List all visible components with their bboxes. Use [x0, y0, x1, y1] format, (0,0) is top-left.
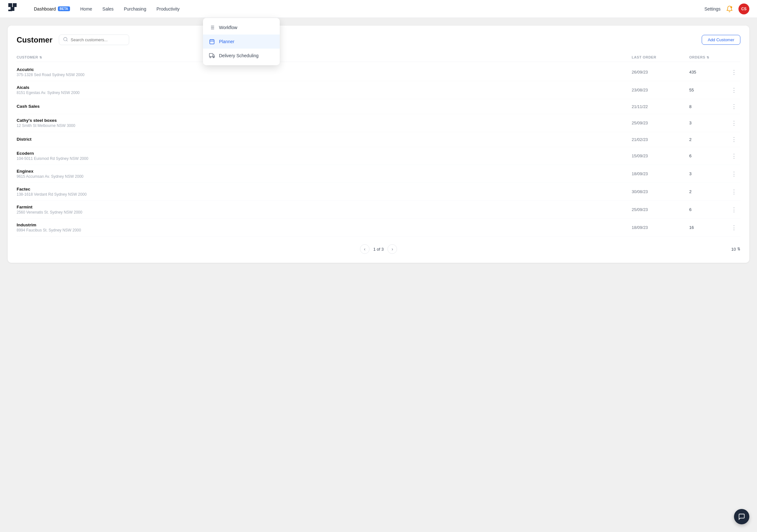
row-menu-button[interactable]: ⋮	[728, 152, 741, 160]
prev-page-button[interactable]: ‹	[360, 244, 370, 254]
customer-name: Farmint	[16, 204, 632, 209]
nav-purchasing[interactable]: Purchasing	[119, 5, 151, 14]
truck-icon	[209, 52, 215, 59]
productivity-dropdown: Workflow Planner Delivery Sc	[203, 18, 280, 65]
row-menu-button[interactable]: ⋮	[728, 136, 741, 143]
row-menu-button[interactable]: ⋮	[728, 206, 741, 213]
sort-icon-customer[interactable]: ⇅	[39, 56, 42, 59]
svg-point-4	[731, 6, 732, 8]
row-menu-button[interactable]: ⋮	[728, 120, 741, 127]
customer-address: 104-5011 Euismod Rd Sydney NSW 2000	[16, 156, 632, 161]
table-row[interactable]: Cash Sales 21/11/22 8 ⋮	[16, 99, 741, 114]
last-order-date: 18/09/23	[632, 225, 689, 230]
last-order-date: 15/09/23	[632, 153, 689, 158]
app-logo[interactable]	[8, 3, 19, 15]
customer-address: 12 Smith St Melbourne NSW 3000	[16, 123, 632, 128]
nav-sales[interactable]: Sales	[98, 5, 118, 14]
customer-address: 375-1328 Sed Road Sydney NSW 2000	[16, 73, 632, 77]
row-menu-button[interactable]: ⋮	[728, 87, 741, 94]
chat-widget[interactable]	[734, 509, 749, 524]
customer-name: Aicals	[16, 85, 632, 90]
page-info: 1 of 3	[373, 247, 384, 252]
svg-line-19	[67, 40, 68, 41]
customer-name: Industrim	[16, 223, 632, 227]
card-header: Customer Add Customer	[16, 35, 741, 45]
svg-rect-15	[209, 53, 213, 57]
search-input[interactable]	[71, 37, 125, 42]
customer-address: 2560 Venenatis St. Sydney NSW 2000	[16, 210, 632, 214]
table-row[interactable]: District 21/02/23 2 ⋮	[16, 132, 741, 147]
row-menu-button[interactable]: ⋮	[728, 188, 741, 195]
customer-table: Accutric 375-1328 Sed Road Sydney NSW 20…	[16, 63, 741, 236]
last-order-date: 21/11/22	[632, 104, 689, 109]
user-avatar[interactable]: CS	[739, 4, 749, 15]
settings-link[interactable]: Settings	[704, 6, 720, 12]
search-icon	[63, 37, 68, 43]
customer-address: 138-1618 Verdant Rd Sydney NSW 2000	[16, 192, 632, 197]
nav-dashboard[interactable]: Dashboard BETA	[29, 5, 75, 14]
top-navigation: Dashboard BETA Home Sales Purchasing Pro…	[0, 0, 757, 18]
customer-name: District	[16, 137, 632, 141]
customer-name: Accutric	[16, 67, 632, 72]
dropdown-item-workflow[interactable]: Workflow	[203, 20, 280, 35]
table-row[interactable]: Ecodern 104-5011 Euismod Rd Sydney NSW 2…	[16, 147, 741, 165]
card-actions: Add Customer	[702, 35, 741, 45]
table-row[interactable]: Industrim 8994 Faucibus St. Sydney NSW 2…	[16, 219, 741, 236]
orders-count: 8	[689, 104, 728, 109]
row-menu-button[interactable]: ⋮	[728, 224, 741, 231]
orders-count: 6	[689, 153, 728, 158]
svg-point-16	[210, 57, 211, 58]
orders-count: 6	[689, 207, 728, 212]
table-row[interactable]: Enginex 9615 Accumsan Av. Sydney NSW 200…	[16, 165, 741, 183]
col-header-customer: CUSTOMER ⇅	[16, 55, 632, 59]
customer-name: Cash Sales	[16, 104, 632, 109]
orders-count: 3	[689, 172, 728, 176]
customer-name: Enginex	[16, 169, 632, 173]
svg-rect-1	[13, 3, 16, 7]
last-order-date: 18/09/23	[632, 172, 689, 176]
svg-rect-11	[210, 40, 214, 44]
beta-badge: BETA	[58, 6, 70, 11]
row-menu-button[interactable]: ⋮	[728, 103, 741, 110]
nav-right: Settings CS	[704, 4, 749, 15]
table-row[interactable]: Cathy's steel boxes 12 Smith St Melbourn…	[16, 114, 741, 132]
dropdown-item-planner[interactable]: Planner	[203, 35, 280, 48]
row-menu-button[interactable]: ⋮	[728, 69, 741, 76]
table-row[interactable]: Factec 138-1618 Verdant Rd Sydney NSW 20…	[16, 183, 741, 201]
nav-home[interactable]: Home	[76, 5, 97, 14]
orders-count: 2	[689, 137, 728, 142]
next-page-button[interactable]: ›	[387, 244, 397, 254]
svg-point-18	[64, 37, 67, 41]
add-customer-button[interactable]: Add Customer	[702, 35, 741, 45]
page-title: Customer	[16, 36, 52, 45]
table-header: CUSTOMER ⇅ LAST ORDER ORDERS ⇅	[16, 53, 741, 62]
orders-count: 2	[689, 189, 728, 194]
customer-address: 8151 Egestas Av. Sydney NSW 2000	[16, 90, 632, 95]
orders-count: 435	[689, 70, 728, 75]
last-order-date: 30/08/23	[632, 189, 689, 194]
sort-icon-orders[interactable]: ⇅	[707, 56, 710, 59]
main-content: Customer Add Customer CUSTOMER ⇅ LAST OR…	[0, 18, 757, 270]
customer-card: Customer Add Customer CUSTOMER ⇅ LAST OR…	[8, 26, 749, 263]
notifications-bell[interactable]	[724, 4, 735, 14]
last-order-date: 21/02/23	[632, 137, 689, 142]
customer-name: Cathy's steel boxes	[16, 118, 632, 123]
list-icon	[209, 24, 215, 31]
table-row[interactable]: Accutric 375-1328 Sed Road Sydney NSW 20…	[16, 63, 741, 81]
svg-rect-0	[8, 3, 12, 7]
last-order-date: 23/08/23	[632, 88, 689, 92]
nav-links: Dashboard BETA Home Sales Purchasing Pro…	[29, 5, 704, 14]
customer-address: 9615 Accumsan Av. Sydney NSW 2000	[16, 174, 632, 179]
orders-count: 55	[689, 88, 728, 92]
table-row[interactable]: Aicals 8151 Egestas Av. Sydney NSW 2000 …	[16, 81, 741, 99]
col-header-last-order: LAST ORDER	[632, 55, 689, 59]
search-box[interactable]	[59, 35, 129, 45]
chevron-up-down-icon: ⇅	[737, 247, 741, 251]
nav-productivity[interactable]: Productivity	[152, 5, 184, 14]
customer-name: Factec	[16, 187, 632, 192]
dropdown-item-delivery[interactable]: Delivery Scheduling	[203, 48, 280, 63]
page-size-selector[interactable]: 10 ⇅	[731, 247, 741, 252]
svg-rect-3	[8, 10, 12, 11]
row-menu-button[interactable]: ⋮	[728, 171, 741, 177]
table-row[interactable]: Farmint 2560 Venenatis St. Sydney NSW 20…	[16, 201, 741, 219]
